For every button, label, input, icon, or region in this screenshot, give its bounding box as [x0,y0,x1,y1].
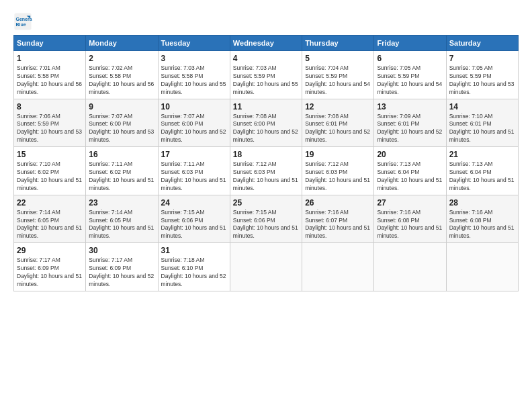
logo-icon: General Blue [13,12,32,31]
calendar-cell: 29Sunrise: 7:17 AMSunset: 6:09 PMDayligh… [14,243,86,291]
calendar-cell: 14Sunrise: 7:10 AMSunset: 6:01 PMDayligh… [446,99,518,147]
day-info: Sunrise: 7:06 AMSunset: 5:59 PMDaylight:… [17,113,83,145]
day-info: Sunrise: 7:15 AMSunset: 6:06 PMDaylight:… [161,209,227,241]
day-info: Sunrise: 7:14 AMSunset: 6:05 PMDaylight:… [89,209,154,241]
day-number: 11 [233,102,299,111]
day-info: Sunrise: 7:14 AMSunset: 6:05 PMDaylight:… [17,209,83,241]
header: General Blue [13,12,519,31]
calendar-cell: 22Sunrise: 7:14 AMSunset: 6:05 PMDayligh… [14,195,86,243]
calendar-cell: 1Sunrise: 7:01 AMSunset: 5:58 PMDaylight… [14,51,86,99]
calendar-cell: 19Sunrise: 7:12 AMSunset: 6:03 PMDayligh… [302,147,374,195]
day-info: Sunrise: 7:16 AMSunset: 6:07 PMDaylight:… [305,209,371,241]
calendar-cell: 24Sunrise: 7:15 AMSunset: 6:06 PMDayligh… [158,195,230,243]
calendar-cell: 9Sunrise: 7:07 AMSunset: 6:00 PMDaylight… [86,99,158,147]
calendar-table: SundayMondayTuesdayWednesdayThursdayFrid… [13,35,519,291]
page: General Blue SundayMondayTuesdayWednesda… [0,0,532,411]
calendar-cell: 20Sunrise: 7:13 AMSunset: 6:04 PMDayligh… [374,147,446,195]
day-number: 7 [449,54,515,63]
calendar-cell: 18Sunrise: 7:12 AMSunset: 6:03 PMDayligh… [230,147,302,195]
day-info: Sunrise: 7:05 AMSunset: 5:59 PMDaylight:… [377,64,443,97]
calendar-cell: 25Sunrise: 7:15 AMSunset: 6:06 PMDayligh… [230,195,302,243]
day-info: Sunrise: 7:17 AMSunset: 6:09 PMDaylight:… [17,257,83,289]
day-info: Sunrise: 7:13 AMSunset: 6:04 PMDaylight:… [449,161,515,193]
day-number: 1 [17,54,83,63]
day-number: 17 [161,150,227,159]
day-number: 3 [161,54,227,63]
calendar-cell [230,243,302,291]
day-info: Sunrise: 7:16 AMSunset: 6:08 PMDaylight:… [377,209,443,241]
logo: General Blue [13,12,35,31]
day-number: 27 [377,198,443,208]
day-number: 14 [449,102,515,111]
calendar-week-4: 22Sunrise: 7:14 AMSunset: 6:05 PMDayligh… [14,195,519,243]
day-info: Sunrise: 7:02 AMSunset: 5:58 PMDaylight:… [89,64,154,97]
day-info: Sunrise: 7:07 AMSunset: 6:00 PMDaylight:… [161,113,227,145]
day-number: 21 [449,150,515,159]
calendar-header-thursday: Thursday [302,36,374,51]
day-number: 4 [233,54,299,63]
day-number: 29 [17,246,83,255]
calendar-cell: 6Sunrise: 7:05 AMSunset: 5:59 PMDaylight… [374,51,446,99]
calendar-header-wednesday: Wednesday [230,36,302,51]
day-number: 10 [161,102,227,111]
day-number: 26 [305,198,371,208]
day-info: Sunrise: 7:09 AMSunset: 6:01 PMDaylight:… [377,113,443,145]
day-info: Sunrise: 7:04 AMSunset: 5:59 PMDaylight:… [305,64,371,97]
calendar-week-2: 8Sunrise: 7:06 AMSunset: 5:59 PMDaylight… [14,99,519,147]
day-info: Sunrise: 7:11 AMSunset: 6:02 PMDaylight:… [89,161,154,193]
calendar-cell: 21Sunrise: 7:13 AMSunset: 6:04 PMDayligh… [446,147,518,195]
calendar-header-sunday: Sunday [14,36,86,51]
calendar-cell: 28Sunrise: 7:16 AMSunset: 6:08 PMDayligh… [446,195,518,243]
calendar-cell: 26Sunrise: 7:16 AMSunset: 6:07 PMDayligh… [302,195,374,243]
day-number: 31 [161,246,227,255]
calendar-cell: 12Sunrise: 7:08 AMSunset: 6:01 PMDayligh… [302,99,374,147]
day-info: Sunrise: 7:18 AMSunset: 6:10 PMDaylight:… [161,257,227,289]
day-info: Sunrise: 7:10 AMSunset: 6:01 PMDaylight:… [449,113,515,145]
day-info: Sunrise: 7:11 AMSunset: 6:03 PMDaylight:… [161,161,227,193]
day-info: Sunrise: 7:12 AMSunset: 6:03 PMDaylight:… [305,161,371,193]
calendar-cell: 15Sunrise: 7:10 AMSunset: 6:02 PMDayligh… [14,147,86,195]
day-number: 24 [161,198,227,208]
calendar-cell: 11Sunrise: 7:08 AMSunset: 6:00 PMDayligh… [230,99,302,147]
day-info: Sunrise: 7:12 AMSunset: 6:03 PMDaylight:… [233,161,299,193]
day-number: 13 [377,102,443,111]
calendar-cell: 5Sunrise: 7:04 AMSunset: 5:59 PMDaylight… [302,51,374,99]
day-number: 28 [449,198,515,208]
day-info: Sunrise: 7:05 AMSunset: 5:59 PMDaylight:… [449,64,515,97]
calendar-week-5: 29Sunrise: 7:17 AMSunset: 6:09 PMDayligh… [14,243,519,291]
day-info: Sunrise: 7:17 AMSunset: 6:09 PMDaylight:… [89,257,154,289]
day-number: 25 [233,198,299,208]
day-number: 15 [17,150,83,159]
calendar-cell: 10Sunrise: 7:07 AMSunset: 6:00 PMDayligh… [158,99,230,147]
calendar-header-monday: Monday [86,36,158,51]
day-number: 5 [305,54,371,63]
day-info: Sunrise: 7:15 AMSunset: 6:06 PMDaylight:… [233,209,299,241]
day-info: Sunrise: 7:13 AMSunset: 6:04 PMDaylight:… [377,161,443,193]
calendar-week-3: 15Sunrise: 7:10 AMSunset: 6:02 PMDayligh… [14,147,519,195]
day-number: 18 [233,150,299,159]
day-info: Sunrise: 7:03 AMSunset: 5:59 PMDaylight:… [233,64,299,97]
calendar-header-row: SundayMondayTuesdayWednesdayThursdayFrid… [14,36,519,51]
day-info: Sunrise: 7:03 AMSunset: 5:58 PMDaylight:… [161,64,227,97]
calendar-cell: 27Sunrise: 7:16 AMSunset: 6:08 PMDayligh… [374,195,446,243]
day-number: 20 [377,150,443,159]
day-number: 16 [89,150,154,159]
calendar-cell: 4Sunrise: 7:03 AMSunset: 5:59 PMDaylight… [230,51,302,99]
day-number: 30 [89,246,154,255]
calendar-cell [446,243,518,291]
calendar-cell: 8Sunrise: 7:06 AMSunset: 5:59 PMDaylight… [14,99,86,147]
day-info: Sunrise: 7:08 AMSunset: 6:00 PMDaylight:… [233,113,299,145]
calendar-cell: 7Sunrise: 7:05 AMSunset: 5:59 PMDaylight… [446,51,518,99]
day-number: 23 [89,198,154,208]
day-number: 9 [89,102,154,111]
day-number: 6 [377,54,443,63]
day-number: 2 [89,54,154,63]
day-number: 8 [17,102,83,111]
svg-rect-0 [14,13,31,30]
calendar-cell: 31Sunrise: 7:18 AMSunset: 6:10 PMDayligh… [158,243,230,291]
calendar-cell: 13Sunrise: 7:09 AMSunset: 6:01 PMDayligh… [374,99,446,147]
calendar-cell [374,243,446,291]
calendar-header-tuesday: Tuesday [158,36,230,51]
day-info: Sunrise: 7:10 AMSunset: 6:02 PMDaylight:… [17,161,83,193]
day-info: Sunrise: 7:16 AMSunset: 6:08 PMDaylight:… [449,209,515,241]
